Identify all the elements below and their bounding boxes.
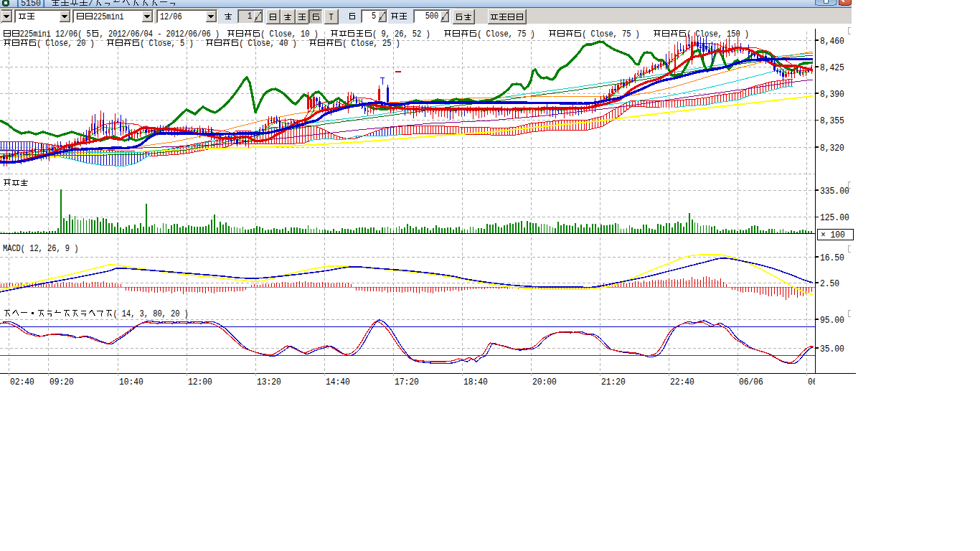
svg-text:21:20: 21:20 bbox=[601, 377, 626, 387]
svg-text:( Close, 150 ): ( Close, 150 ) bbox=[687, 29, 749, 39]
svg-text:09:20: 09:20 bbox=[50, 377, 74, 387]
svg-text:500: 500 bbox=[425, 11, 438, 22]
svg-text:8,460: 8,460 bbox=[820, 37, 844, 47]
svg-text:5: 5 bbox=[372, 11, 376, 22]
svg-text:( 14, 3, 80, 20 ): ( 14, 3, 80, 20 ) bbox=[113, 309, 188, 319]
svg-text:14:40: 14:40 bbox=[326, 377, 350, 387]
svg-text:13:20: 13:20 bbox=[257, 377, 281, 387]
svg-text:( Close, 5 ): ( Close, 5 ) bbox=[140, 39, 193, 49]
svg-text:18:40: 18:40 bbox=[463, 377, 488, 387]
svg-text:17:20: 17:20 bbox=[395, 377, 419, 387]
svg-text:95.00: 95.00 bbox=[820, 316, 844, 326]
svg-text:T: T bbox=[329, 13, 333, 23]
svg-text:( Close, 20 ): ( Close, 20 ) bbox=[37, 39, 95, 49]
svg-text:12/06: 12/06 bbox=[160, 12, 182, 22]
svg-text:MACD( 12, 26, 9 ): MACD( 12, 26, 9 ) bbox=[3, 244, 78, 254]
svg-text:2.50: 2.50 bbox=[820, 279, 839, 289]
svg-text:8,390: 8,390 bbox=[820, 90, 844, 100]
svg-text:8,320: 8,320 bbox=[820, 143, 844, 154]
svg-text:22:40: 22:40 bbox=[670, 377, 694, 387]
svg-text:( 9, 26, 52 ): ( 9, 26, 52 ) bbox=[372, 29, 430, 39]
svg-text:10:40: 10:40 bbox=[119, 377, 143, 387]
svg-text:( Close, 25 ): ( Close, 25 ) bbox=[342, 39, 400, 49]
svg-text:( Close, 10 ): ( Close, 10 ) bbox=[260, 29, 319, 39]
svg-text:, 2012/06/04 - 2012/06/06 ): , 2012/06/04 - 2012/06/06 ) bbox=[100, 29, 220, 39]
svg-text:02:40: 02:40 bbox=[10, 377, 34, 387]
svg-text:16.50: 16.50 bbox=[820, 253, 844, 263]
svg-text:335.00: 335.00 bbox=[820, 187, 849, 197]
svg-text:× 100: × 100 bbox=[821, 230, 845, 240]
svg-text:35.00: 35.00 bbox=[820, 344, 844, 354]
svg-text:125.00: 125.00 bbox=[820, 213, 849, 223]
svg-text:8,425: 8,425 bbox=[820, 63, 844, 73]
svg-text:( Close, 75 ): ( Close, 75 ) bbox=[582, 29, 640, 39]
svg-text:8,355: 8,355 bbox=[820, 116, 844, 126]
svg-text:( Close, 75 ): ( Close, 75 ) bbox=[477, 29, 535, 39]
svg-text:12:00: 12:00 bbox=[188, 377, 212, 387]
svg-text:1: 1 bbox=[248, 11, 252, 22]
svg-text:225mini 12/06( 5: 225mini 12/06( 5 bbox=[20, 29, 91, 39]
svg-text:225mini: 225mini bbox=[93, 12, 124, 22]
svg-text:( Close, 40 ): ( Close, 40 ) bbox=[239, 39, 297, 49]
svg-text:06/06: 06/06 bbox=[739, 377, 763, 387]
svg-text:20:00: 20:00 bbox=[532, 377, 557, 387]
